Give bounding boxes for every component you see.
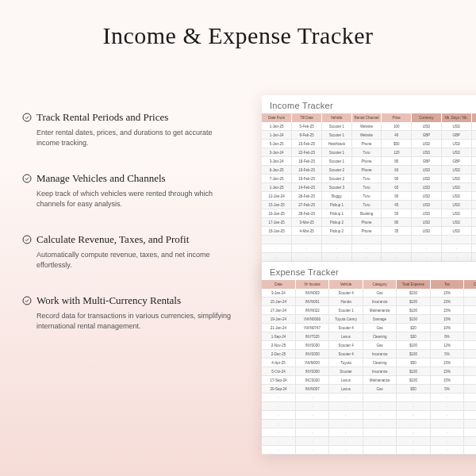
table-cell: - [321,236,351,244]
table-cell: 3-Jan-24 [262,148,292,157]
table-cell: Website [351,122,382,131]
table-cell: 45 [382,201,412,209]
table-row: 17-Sep-24INCS020LexusMaintenance$10015%U… [262,376,476,385]
table-cell: 1-Jan-25 [262,122,292,131]
table-cell: INCS020 [295,376,328,385]
table-cell: 7-Jan-25 [262,175,292,183]
table-cell: Scooter 3 [321,183,351,192]
table-cell: Scooter 2 [321,175,351,183]
table-cell: Lexus [329,376,363,385]
table-cell: 15-Jan-24 [262,298,295,306]
table-cell: 5-Oct-24 [262,367,295,376]
table-cell: USD [412,209,442,218]
table-cell: 15% [430,289,463,298]
table-cell: 120 [382,148,412,157]
table-cell: GBP [412,131,442,140]
table-cell: - [382,236,412,244]
table-cell: - [397,393,430,402]
table-cell: USD [412,183,442,192]
table-cell: Scooter 2 [321,166,351,175]
table-cell: USD [412,201,442,209]
table-cell: - [382,244,412,253]
table-cell: $50 [397,385,430,393]
table-cell: - [329,402,363,411]
table-row: 17-Jan-24INVN022Scooter 1Maintenance$100… [262,306,476,315]
table-cell: - [262,402,295,411]
checkmark-icon [22,235,32,244]
table-row: 1-Sep-24INVT020LexusCleaning$308%USD$30 [262,332,476,341]
table-cell: - [295,437,328,446]
column-header: Nº Invoice [295,280,328,289]
table-cell: 4-Apr-25 [262,359,295,367]
feature-item: Track Rental Periods and PricesEnter ren… [22,111,236,148]
table-cell: - [471,253,476,262]
table-cell: 5% [471,131,476,140]
table-cell: INVS030 [295,341,328,350]
table-cell: 10% [430,324,463,332]
table-cell: 5% [430,385,463,393]
table-cell: USD [441,218,471,227]
table-cell: 5% [471,227,476,236]
table-cell: 1-Sep-24 [262,332,295,341]
page-title: Income & Expense Tracker [0,0,476,49]
table-cell: 15-Feb-25 [292,140,322,148]
table-cell: - [464,428,476,437]
table-row: 18-Jan-254-Mar-25Pickup 2Phone35USDUSD5%… [262,227,476,236]
feature-title: Calculate Revenue, Taxes, and Profit [36,233,189,246]
table-row: 2-Nov-25INVS030Scooter 4Gas$10012%USD$10… [262,341,476,350]
table-cell: 5-Jan-25 [262,140,292,148]
table-cell: Scooter 1 [329,306,363,315]
table-cell: - [329,437,363,446]
table-cell: USD [412,140,442,148]
table-cell: 6-Jan-25 [262,166,292,175]
table-cell: INVT020 [295,332,328,341]
table-cell: - [292,244,322,253]
table-cell: - [351,244,382,253]
table-cell: - [430,411,463,420]
table-row: 1-Jan-248-Feb-25Scooter 1Website40GBPGBP… [262,131,476,140]
table-cell: 15% [430,298,463,306]
table-cell: Turo [351,175,382,183]
table-cell: 28-Feb-25 [292,209,322,218]
table-cell: Scooter 1 [321,122,351,131]
table-cell: USD [441,122,471,131]
table-cell: 27-Feb-25 [292,201,322,209]
table-cell: Scooter 4 [329,289,363,298]
column-header: Currency [412,113,442,122]
table-cell: Hatchback [321,140,351,148]
table-cell: Honda [329,298,363,306]
table-cell: 21-Jan-24 [262,324,295,332]
table-cell: USD [412,166,442,175]
feature-item: Manage Vehicles and ChannelsKeep track o… [22,172,236,209]
table-cell: 14-Feb-25 [292,183,322,192]
table-cell: USD [464,350,476,359]
table-cell: USD [464,298,476,306]
table-cell: $100 [397,298,430,306]
table-cell: 15% [430,359,463,367]
table-row: 19-Jan-24INVN0066Toyota CamryDamage$1001… [262,315,476,324]
table-cell: - [397,402,430,411]
table-cell: - [430,437,463,446]
table-row: --------- [262,244,476,253]
column-header: Nb. Days / Nb. [441,113,471,122]
table-cell: Gas [363,385,396,393]
table-cell: Scooter 4 [329,350,363,359]
feature-title: Work with Multi-Currency Rentals [36,294,181,307]
table-row: 2-Dec-25INVS050Scooter 4Insurance$1005%U… [262,350,476,359]
table-cell: USD [441,140,471,148]
table-cell: 5% [471,175,476,183]
svg-point-0 [23,113,31,121]
feature-heading: Track Rental Periods and Prices [22,111,236,124]
checkmark-icon [22,174,32,183]
table-cell: - [329,411,363,420]
table-cell: 22-Feb-25 [292,148,322,157]
table-cell: - [351,236,382,244]
table-cell: Turo [351,192,382,201]
table-row: 3-Jan-2418-Feb-25Scooter 1Phone80GBPGBP5… [262,157,476,166]
table-cell: 15% [430,367,463,376]
table-cell: Gas [363,341,396,350]
table-cell: - [329,428,363,437]
table-cell: INVN003 [295,289,328,298]
column-header: Currency [464,280,476,289]
expense-tracker-preview: Expense Tracker DateNº InvoiceVehicleCat… [262,262,476,455]
